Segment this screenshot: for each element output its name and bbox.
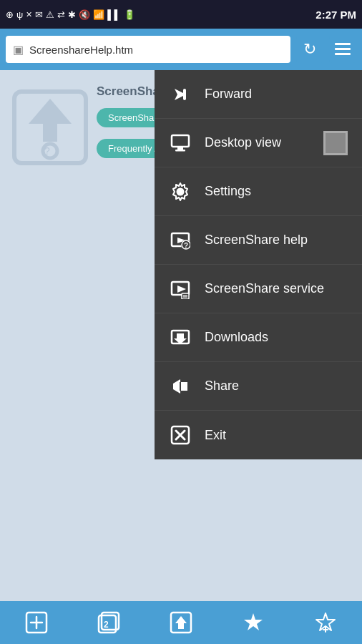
signal-icon: ▌▌ [107, 9, 120, 20]
desktop-view-checkbox[interactable] [323, 131, 348, 155]
mute-icon: 🔇 [79, 9, 90, 20]
svg-rect-0 [335, 43, 351, 45]
svg-rect-2 [335, 53, 351, 55]
starred-button[interactable] [236, 605, 270, 640]
tabs-icon: 2 [97, 610, 121, 635]
menu-item-downloads[interactable]: Downloads [155, 313, 362, 362]
svg-rect-21 [182, 293, 189, 299]
settings-label: Settings [205, 184, 251, 199]
share-icon [169, 375, 192, 398]
new-tab-button[interactable] [19, 605, 54, 640]
refresh-button[interactable]: ↻ [296, 36, 323, 63]
menu-item-screenshare-service[interactable]: ScreenShare service [155, 265, 362, 313]
screenshare-help-label: ScreenShare help [205, 233, 308, 248]
refresh-icon: ↻ [303, 40, 316, 59]
svg-text:2: 2 [104, 620, 109, 630]
dropdown-menu: Forward Desktop view Settings [155, 70, 362, 459]
svg-rect-10 [177, 147, 183, 150]
menu-item-exit[interactable]: Exit [155, 411, 362, 459]
status-left-icons: ⊕ ψ ✕ ✉ ⚠ ⇄ ✱ 🔇 📶 ▌▌ 🔋 [6, 9, 135, 20]
svg-marker-39 [175, 616, 187, 629]
menu-button[interactable] [329, 36, 356, 63]
forward-label: Forward [205, 87, 252, 102]
menu-item-settings[interactable]: Settings [155, 167, 362, 216]
menu-item-screenshare-help[interactable]: ? ScreenShare help [155, 216, 362, 265]
svg-rect-9 [172, 135, 189, 147]
usb-icon: ψ [16, 9, 23, 20]
screenshare-service-icon [169, 278, 192, 301]
upload-button[interactable] [164, 605, 198, 640]
page-icon: ▣ [13, 43, 24, 57]
svg-marker-4 [29, 99, 72, 142]
add-starred-button[interactable] [308, 605, 343, 640]
forward-icon [169, 83, 192, 106]
desktop-view-label: Desktop view [205, 135, 281, 150]
downloads-label: Downloads [205, 330, 268, 345]
menu-item-share[interactable]: Share [155, 362, 362, 411]
menu-icon [335, 43, 351, 56]
svg-rect-11 [175, 150, 185, 152]
menu-item-forward[interactable]: Forward [155, 70, 362, 119]
screenshare-help-icon: ? [169, 229, 192, 252]
downloads-icon [169, 326, 192, 349]
settings-icon [169, 180, 192, 203]
svg-text:?: ? [184, 242, 188, 250]
screenshare-service-label: ScreenShare service [205, 281, 324, 296]
warning-icon: ⚠ [46, 9, 54, 20]
address-bar: ▣ ScreenshareHelp.htm ↻ [0, 29, 362, 70]
svg-rect-1 [335, 48, 351, 50]
svg-text:?: ? [44, 145, 50, 157]
svg-marker-20 [177, 286, 186, 293]
status-time: 2:27 PM [315, 9, 356, 21]
menu-item-desktop-view[interactable]: Desktop view [155, 119, 362, 167]
new-tab-icon: ⊕ [6, 9, 14, 20]
email-icon: ✉ [35, 9, 43, 20]
exit-label: Exit [205, 428, 226, 443]
exit-icon [169, 424, 192, 447]
tabs-button[interactable]: 2 [92, 605, 126, 640]
url-text: ScreenshareHelp.htm [29, 44, 133, 56]
status-bar: ⊕ ψ ✕ ✉ ⚠ ⇄ ✱ 🔇 📶 ▌▌ 🔋 2:27 PM [0, 0, 362, 29]
add-starred-icon [313, 610, 338, 635]
url-bar[interactable]: ▣ ScreenshareHelp.htm [6, 36, 290, 63]
svg-marker-40 [244, 613, 263, 630]
share-label: Share [205, 379, 239, 394]
close-icon: ✕ [26, 10, 32, 19]
new-tab-icon [24, 610, 49, 635]
wifi-icon: 📶 [93, 9, 104, 20]
upload-icon [169, 610, 193, 635]
desktop-icon [169, 132, 192, 155]
bottom-navigation: 2 [0, 601, 362, 644]
starred-icon [241, 610, 265, 635]
upload-bg-icon: ? [11, 88, 89, 167]
svg-rect-8 [183, 89, 186, 100]
bluetooth-icon: ✱ [68, 9, 76, 20]
battery-icon: 🔋 [124, 9, 135, 20]
swap-icon: ⇄ [57, 9, 65, 20]
